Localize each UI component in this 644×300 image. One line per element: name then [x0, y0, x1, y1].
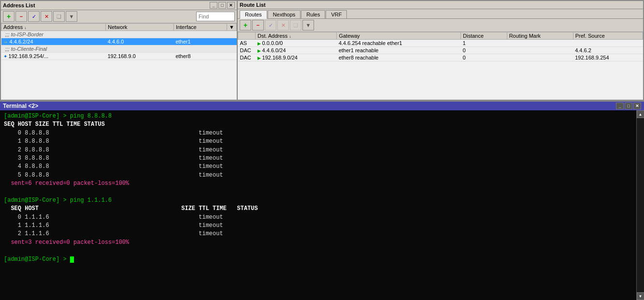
arrow-icon: →: [3, 39, 8, 45]
terminal-body[interactable]: [admin@ISP-Core] > ping 8.8.8.8 SEQ HOST…: [0, 110, 636, 300]
minus-icon: −: [20, 14, 23, 19]
terminal-line: sent=6 received=0 packet-loss=100%: [4, 180, 632, 188]
address-list-panel: Address List _ □ ✕ + − ✓ ✕ ❑: [0, 0, 238, 101]
copy-icon: ❑: [57, 14, 61, 20]
cross-icon: ✕: [44, 14, 49, 20]
terminal-cursor: [70, 256, 74, 263]
col-type: [238, 32, 256, 40]
terminal-line: 4 8.8.8.8 timeout: [4, 163, 632, 171]
triangle-icon: ▶: [258, 48, 261, 53]
route-dst-cell: ▶ 0.0.0.0/0: [256, 40, 337, 47]
table-row[interactable]: DAC ▶ 4.4.6.0/24 ether1 reachable 0 4.4.…: [238, 47, 643, 54]
route-list-panel: Route List Routes Nexthops Rules VRF + −…: [238, 0, 644, 101]
col-distance[interactable]: Distance: [461, 32, 507, 40]
scroll-down-button[interactable]: ▼: [637, 292, 644, 300]
add-address-button[interactable]: +: [3, 11, 14, 22]
scroll-track: [637, 118, 644, 292]
route-toolbar: + − ✓ ✕ ❑ ▼: [238, 19, 643, 32]
route-dst-cell: ▶ 4.4.6.0/24: [256, 47, 337, 54]
terminal-maximize-button[interactable]: □: [625, 103, 632, 109]
route-table: Dst. Address ↓ Gateway Distance Routing …: [238, 32, 643, 61]
terminal-line: 2 1.1.1.6 timeout: [4, 230, 632, 238]
plus-icon: +: [7, 13, 11, 20]
col-routing-mark[interactable]: Routing Mark: [507, 32, 573, 40]
table-row[interactable]: AS ▶ 0.0.0.0/0 4.4.6.254 reachable ether…: [238, 40, 643, 47]
col-network[interactable]: Network: [106, 24, 174, 31]
address-list-titlebar: Address List _ □ ✕: [1, 1, 237, 10]
copy-address-button[interactable]: ❑: [53, 11, 65, 22]
check-icon: ✓: [269, 22, 273, 29]
find-input[interactable]: [196, 12, 235, 21]
filter-icon: ▼: [69, 14, 74, 19]
route-table-container: Dst. Address ↓ Gateway Distance Routing …: [238, 32, 643, 100]
enable-route-button[interactable]: ✓: [265, 20, 276, 30]
route-tabs-bar: Routes Nexthops Rules VRF: [238, 9, 643, 19]
remove-route-button[interactable]: −: [252, 20, 264, 30]
terminal-close-button[interactable]: ✕: [633, 103, 641, 109]
disable-route-button[interactable]: ✕: [277, 20, 289, 30]
terminal-line: SEQ HOST SIZE TTL TIME STATUS: [4, 120, 632, 129]
filter-address-button[interactable]: ▼: [66, 11, 77, 22]
terminal-panel: Terminal <2> _ □ ✕ [admin@ISP-Core] > pi…: [0, 102, 644, 300]
plus-icon: +: [243, 21, 247, 29]
tab-nexthops[interactable]: Nexthops: [268, 10, 301, 18]
terminal-line: [admin@ISP-Core] > ping 8.8.8.8: [4, 112, 632, 120]
terminal-line: 2 8.8.8.8 timeout: [4, 146, 632, 154]
terminal-line: 1 8.8.8.8 timeout: [4, 137, 632, 146]
terminal-line: 0 8.8.8.8 timeout: [4, 129, 632, 137]
route-dst-cell: ▶ 192.168.9.0/24: [256, 54, 337, 61]
route-type-cell: DAC: [238, 47, 256, 54]
terminal-line: sent=3 received=0 packet-loss=100%: [4, 239, 632, 247]
col-interface[interactable]: Interface: [173, 24, 227, 31]
terminal-title: Terminal <2>: [3, 103, 38, 109]
tab-rules[interactable]: Rules: [301, 10, 325, 18]
terminal-titlebar: Terminal <2> _ □ ✕: [0, 102, 644, 110]
enable-address-button[interactable]: ✓: [28, 11, 40, 22]
copy-icon: ❑: [293, 22, 298, 29]
col-gateway[interactable]: Gateway: [337, 32, 461, 40]
tab-vrf[interactable]: VRF: [326, 10, 347, 18]
terminal-scrollbar[interactable]: ▲ ▼: [636, 110, 644, 300]
terminal-line: 5 8.8.8.8 timeout: [4, 171, 632, 180]
close-button[interactable]: ✕: [227, 2, 235, 9]
address-table-container: Address ↓ Network Interface ▼ ;;; to-ISP…: [1, 23, 237, 100]
disable-address-button[interactable]: ✕: [41, 11, 52, 22]
triangle-icon: ▶: [258, 56, 261, 60]
route-list-title: Route List: [240, 2, 266, 8]
copy-route-button[interactable]: ❑: [290, 20, 301, 30]
check-icon: ✓: [32, 14, 36, 20]
terminal-line: [admin@ISP-Core] > ping 1.1.1.6: [4, 196, 632, 205]
col-pref-source[interactable]: Pref. Source: [573, 32, 643, 40]
maximize-button[interactable]: □: [218, 2, 226, 9]
address-list-title: Address List: [3, 2, 35, 8]
col-dst-address[interactable]: Dst. Address ↓: [256, 32, 337, 40]
address-list-toolbar: + − ✓ ✕ ❑ ▼: [1, 10, 237, 23]
minus-icon: −: [257, 22, 259, 28]
terminal-line: SEQ HOST SIZE TTL TIME STATUS: [4, 205, 632, 213]
terminal-line: 1 1.1.1.6 timeout: [4, 222, 632, 230]
table-row[interactable]: ✦ 192.168.9.254/... 192.168.9.0 ether8: [1, 53, 237, 60]
filter-route-button[interactable]: ▼: [302, 20, 314, 30]
route-type-cell: DAC: [238, 54, 256, 61]
terminal-minimize-button[interactable]: _: [616, 103, 624, 109]
terminal-line: 3 8.8.8.8 timeout: [4, 154, 632, 163]
table-row[interactable]: DAC ▶ 192.168.9.0/24 ether8 reachable 0 …: [238, 54, 643, 61]
address-icon-cell: → 4.4.6.2/24: [1, 38, 106, 45]
minimize-button[interactable]: _: [210, 2, 217, 9]
triangle-icon: ▶: [258, 41, 261, 46]
cross-icon: ✕: [281, 22, 286, 29]
terminal-line: [4, 247, 632, 255]
add-route-button[interactable]: +: [240, 20, 251, 30]
terminal-prompt-line: [admin@ISP-Core] >: [4, 255, 632, 264]
diamond-icon: ✦: [3, 54, 7, 59]
terminal-line: 0 1.1.1.6 timeout: [4, 213, 632, 222]
scroll-up-button[interactable]: ▲: [637, 110, 644, 118]
col-address[interactable]: Address ↓: [1, 24, 106, 31]
group-header-cliente-final: ;;; to-Cliente-Final: [1, 45, 237, 53]
table-row[interactable]: → 4.4.6.2/24 4.4.6.0 ether1: [1, 38, 237, 45]
filter-icon: ▼: [306, 22, 311, 28]
tab-routes[interactable]: Routes: [240, 10, 267, 19]
remove-address-button[interactable]: −: [15, 11, 27, 22]
terminal-content: [admin@ISP-Core] > ping 8.8.8.8 SEQ HOST…: [4, 112, 632, 298]
col-expand[interactable]: ▼: [227, 24, 237, 31]
